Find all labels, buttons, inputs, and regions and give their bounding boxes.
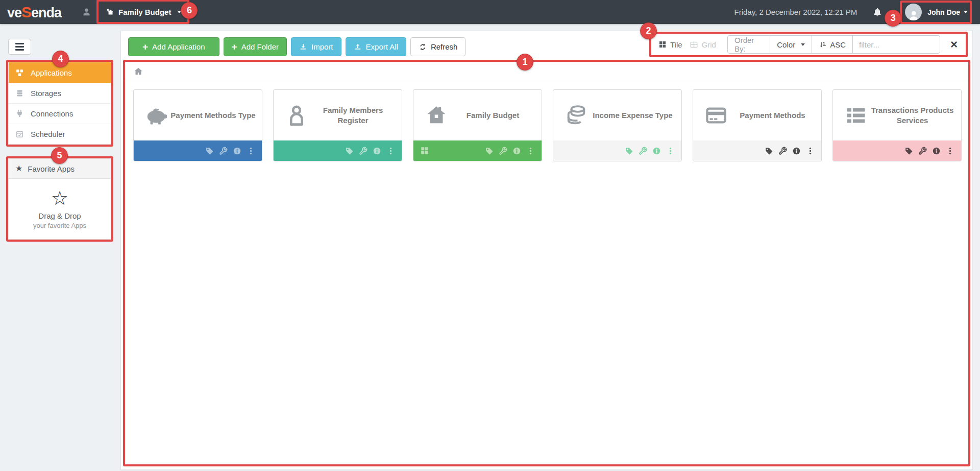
info-icon[interactable] <box>652 147 661 155</box>
wrench-icon[interactable] <box>778 147 787 155</box>
tag-icon[interactable] <box>485 147 494 155</box>
logo-text: ve <box>7 5 21 20</box>
kebab-menu-icon[interactable] <box>666 147 675 155</box>
kebab-menu-icon[interactable] <box>946 147 954 155</box>
info-icon[interactable] <box>233 147 241 155</box>
tag-icon[interactable] <box>205 147 214 155</box>
kebab-menu-icon[interactable] <box>806 147 815 155</box>
app-tile-payment-methods-type[interactable]: Payment Methods Type <box>133 89 262 161</box>
tag-icon[interactable] <box>625 147 633 155</box>
wrench-icon[interactable] <box>918 147 927 155</box>
tag-icon[interactable] <box>765 147 773 155</box>
sidebar-toggle-button[interactable] <box>8 39 31 55</box>
tile-body: Payment Methods <box>693 90 821 140</box>
info-icon[interactable] <box>792 147 801 155</box>
app-tile-family-budget[interactable]: Family Budget <box>413 89 542 161</box>
sidebar-item-connections[interactable]: Connections <box>9 103 111 124</box>
kebab-menu-icon[interactable] <box>247 147 255 155</box>
star-filled-icon: ★ <box>15 164 22 173</box>
grid-view-toggle[interactable]: Grid <box>690 40 716 49</box>
datetime-label: Friday, 2 December 2022, 12:21 PM <box>734 8 857 16</box>
favorites-panel: ★ Favorite Apps ☆ Drag & Drop your favor… <box>8 158 111 240</box>
grid-view-icon <box>690 40 698 49</box>
order-by-color-dropdown[interactable]: Color <box>770 36 812 53</box>
tile-body: Payment Methods Type <box>134 90 262 140</box>
tile-footer <box>134 140 262 161</box>
info-icon[interactable] <box>512 147 521 155</box>
app-tile-payment-methods[interactable]: Payment Methods <box>693 89 822 161</box>
grid-view-badge-icon[interactable] <box>420 146 429 155</box>
logo-text-2: enda <box>31 5 61 20</box>
app-tile-income-expense-type[interactable]: Income Expense Type <box>553 89 682 161</box>
star-outline-icon: ☆ <box>51 189 68 208</box>
wrench-icon[interactable] <box>219 147 228 155</box>
grid-view-label: Grid <box>702 40 716 49</box>
sidebar-item-label: Scheduler <box>31 130 65 138</box>
person-icon <box>285 104 308 127</box>
tile-title: Payment Methods <box>728 110 817 121</box>
plus-icon: + <box>232 42 237 52</box>
wrench-icon[interactable] <box>639 147 647 155</box>
app-tile-transactions-products-services[interactable]: Transactions Products Services <box>832 89 962 161</box>
import-button[interactable]: Import <box>291 37 341 56</box>
sidebar-item-label: Applications <box>31 68 72 77</box>
tile-body: Income Expense Type <box>553 90 681 140</box>
refresh-button[interactable]: Refresh <box>410 37 466 56</box>
applications-content: Payment Methods Type Family Members Regi… <box>125 62 968 464</box>
home-breadcrumb-icon[interactable] <box>133 66 143 77</box>
tile-view-label: Tile <box>670 40 682 49</box>
user-menu-region: John Doe 3 <box>905 4 968 20</box>
export-all-button[interactable]: Export All <box>346 37 406 56</box>
sidebar-item-label: Storages <box>31 89 61 98</box>
kebab-menu-icon[interactable] <box>386 147 395 155</box>
sidebar-item-scheduler[interactable]: Scheduler <box>9 124 111 144</box>
tile-footer <box>693 140 821 161</box>
sidebar-item-storages[interactable]: Storages <box>9 83 111 103</box>
tile-body: Family Budget <box>413 90 542 140</box>
tile-footer <box>553 140 681 161</box>
sort-ascending-icon <box>819 41 826 49</box>
logo[interactable]: veSenda <box>7 4 61 21</box>
info-icon[interactable] <box>373 147 381 155</box>
filter-input[interactable] <box>853 36 940 53</box>
storages-icon <box>15 89 24 98</box>
favorites-drop-zone[interactable]: ☆ Drag & Drop your favorite Apps <box>9 179 111 239</box>
tile-body: Family Members Register <box>274 90 402 140</box>
favorites-hint-line1: Drag & Drop <box>38 211 81 220</box>
user-menu-dropdown[interactable]: John Doe <box>905 4 968 20</box>
sidebar-item-applications[interactable]: Applications <box>9 62 111 83</box>
wrench-icon[interactable] <box>359 147 368 155</box>
sidebar-menu: Applications Storages Connections Schedu… <box>8 62 111 145</box>
favorites-hint-line2: your favorite Apps <box>33 222 86 229</box>
order-by-color-label: Color <box>777 40 795 49</box>
favorites-region: ★ Favorite Apps ☆ Drag & Drop your favor… <box>8 158 111 240</box>
notifications-bell-icon[interactable] <box>872 7 883 17</box>
logo-accent: S <box>21 4 31 20</box>
tile-title: Income Expense Type <box>588 110 677 121</box>
tile-title: Family Members Register <box>308 105 398 125</box>
favorites-title: Favorite Apps <box>28 164 75 173</box>
chevron-down-icon <box>177 11 181 13</box>
user-name: John Doe <box>927 8 960 16</box>
tile-title: Payment Methods Type <box>168 110 258 121</box>
wrench-icon[interactable] <box>499 147 507 155</box>
add-application-label: Add Application <box>152 42 205 51</box>
annotation-badge-3: 3 <box>885 10 901 27</box>
annotation-badge-6: 6 <box>181 2 198 19</box>
close-icon[interactable]: × <box>947 38 961 51</box>
connections-icon <box>15 109 24 118</box>
info-icon[interactable] <box>932 147 941 155</box>
app-tile-family-members-register[interactable]: Family Members Register <box>273 89 402 161</box>
app-switcher-dropdown[interactable]: Family Budget <box>105 5 182 19</box>
hamburger-icon <box>15 43 24 44</box>
tag-icon[interactable] <box>345 147 354 155</box>
view-controls-region: Tile Grid Order By: Color ASC × 2 <box>651 34 966 55</box>
add-application-button[interactable]: +Add Application <box>128 37 219 56</box>
kebab-menu-icon[interactable] <box>526 147 535 155</box>
sort-direction-toggle[interactable]: ASC <box>812 36 853 53</box>
add-folder-button[interactable]: +Add Folder <box>224 37 287 56</box>
coins-icon <box>565 104 588 127</box>
tag-icon[interactable] <box>904 147 913 155</box>
add-folder-label: Add Folder <box>241 42 279 51</box>
tile-view-toggle[interactable]: Tile <box>658 40 682 49</box>
